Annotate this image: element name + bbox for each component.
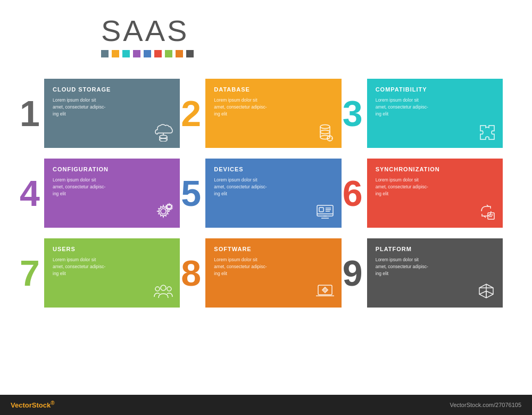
card-9: 9PLATFORMLorem ipsum dolor sitamet, cons… [352, 238, 503, 308]
svg-point-51 [155, 287, 160, 291]
card-body-3: COMPATIBILITYLorem ipsum dolor sitamet, … [367, 79, 503, 148]
svg-point-11 [63, 32, 67, 36]
svg-point-52 [167, 287, 171, 291]
card-5: 5DEVICESLorem ipsum dolor sitamet, conse… [190, 159, 341, 228]
card-icon-6 [476, 201, 496, 221]
card-title-1: CLOUD STORAGE [53, 86, 173, 93]
svg-point-55 [323, 288, 327, 292]
card-body-7: USERSLorem ipsum dolor sitamet, consecte… [44, 238, 180, 308]
footer-brand: VectorStock® [11, 400, 55, 409]
svg-line-64 [486, 291, 493, 294]
page-title: SAAS [101, 16, 194, 46]
svg-rect-53 [318, 285, 332, 295]
card-body-2: DATABASELorem ipsum dolor sitamet, conse… [205, 79, 341, 148]
card-text-8: Lorem ipsum dolor sitamet, consectetur a… [214, 256, 278, 277]
card-icon-8 [315, 281, 335, 301]
card-title-8: SOFTWARE [214, 246, 335, 252]
color-dot [133, 50, 140, 57]
svg-point-50 [161, 285, 166, 290]
color-dot [144, 50, 151, 57]
svg-point-25 [320, 125, 330, 129]
card-number-2: 2 [181, 95, 201, 131]
card-icon-9 [476, 281, 496, 301]
svg-point-23 [160, 138, 167, 142]
card-icon-2 [315, 121, 335, 142]
card-number-9: 9 [343, 255, 363, 291]
footer: VectorStock® VectorStock.com/27076105 [0, 395, 532, 415]
card-title-6: SYNCHRONIZATION [376, 166, 496, 172]
svg-point-28 [320, 130, 330, 134]
card-body-9: PLATFORMLorem ipsum dolor sitamet, conse… [367, 238, 503, 308]
footer-url: VectorStock.com/27076105 [450, 402, 521, 408]
color-dot [154, 50, 162, 57]
card-text-9: Lorem ipsum dolor sitamet, consectetur a… [376, 256, 439, 277]
card-text-6: Lorem ipsum dolor sitamet, consectetur a… [376, 177, 439, 197]
svg-rect-47 [488, 213, 494, 219]
header: SAAS [0, 0, 532, 63]
svg-line-63 [479, 291, 486, 294]
card-number-3: 3 [343, 95, 363, 131]
color-dot [122, 50, 130, 57]
card-icon-5 [315, 201, 335, 221]
card-title-2: DATABASE [214, 86, 335, 93]
card-text-3: Lorem ipsum dolor sitamet, consectetur a… [376, 97, 439, 117]
card-number-8: 8 [181, 255, 201, 291]
card-title-7: USERS [53, 246, 173, 252]
card-title-9: PLATFORM [376, 246, 496, 252]
cloud-gears-icon [32, 18, 85, 55]
card-number-7: 7 [20, 255, 40, 291]
card-number-5: 5 [181, 175, 201, 211]
card-title-5: DEVICES [214, 166, 335, 172]
header-right: SAAS [101, 16, 194, 57]
card-body-8: SOFTWARELorem ipsum dolor sitamet, conse… [205, 238, 341, 308]
card-body-1: CLOUD STORAGELorem ipsum dolor sitamet, … [44, 79, 180, 148]
svg-rect-43 [319, 208, 323, 212]
card-icon-7 [153, 281, 173, 301]
card-icon-1 [153, 121, 173, 142]
color-dot [176, 50, 183, 57]
svg-point-56 [324, 289, 326, 291]
color-dot [186, 50, 194, 57]
card-number-4: 4 [20, 175, 40, 211]
card-4: 4CONFIGURATIONLorem ipsum dolor sitamet,… [29, 159, 180, 228]
card-title-4: CONFIGURATION [53, 166, 173, 172]
card-3: 3COMPATIBILITYLorem ipsum dolor sitamet,… [352, 79, 503, 148]
card-text-5: Lorem ipsum dolor sitamet, consectetur a… [214, 177, 278, 197]
card-body-6: SYNCHRONIZATIONLorem ipsum dolor sitamet… [367, 159, 503, 228]
card-2: 2DATABASELorem ipsum dolor sitamet, cons… [190, 79, 341, 148]
card-8: 8SOFTWARELorem ipsum dolor sitamet, cons… [190, 238, 341, 308]
svg-point-20 [160, 135, 167, 138]
card-1: 1CLOUD STORAGELorem ipsum dolor sitamet,… [29, 79, 180, 148]
card-6: 6SYNCHRONIZATIONLorem ipsum dolor sitame… [352, 159, 503, 228]
card-text-2: Lorem ipsum dolor sitamet, consectetur a… [214, 97, 278, 117]
cards-grid: 1CLOUD STORAGELorem ipsum dolor sitamet,… [0, 68, 532, 318]
card-7: 7USERSLorem ipsum dolor sitamet, consect… [29, 238, 180, 308]
card-text-1: Lorem ipsum dolor sitamet, consectetur a… [53, 97, 117, 117]
card-text-4: Lorem ipsum dolor sitamet, consectetur a… [53, 177, 117, 197]
card-icon-3 [476, 121, 496, 142]
card-body-5: DEVICESLorem ipsum dolor sitamet, consec… [205, 159, 341, 228]
card-number-6: 6 [343, 175, 363, 211]
color-dot [165, 50, 172, 57]
svg-point-37 [161, 209, 166, 214]
card-body-4: CONFIGURATIONLorem ipsum dolor sitamet, … [44, 159, 180, 228]
card-title-3: COMPATIBILITY [376, 86, 496, 93]
color-dot [112, 50, 119, 57]
card-number-1: 1 [20, 95, 40, 131]
color-dot [101, 50, 109, 57]
color-palette [101, 50, 194, 57]
card-icon-4 [153, 201, 173, 221]
card-text-7: Lorem ipsum dolor sitamet, consectetur a… [53, 256, 117, 277]
